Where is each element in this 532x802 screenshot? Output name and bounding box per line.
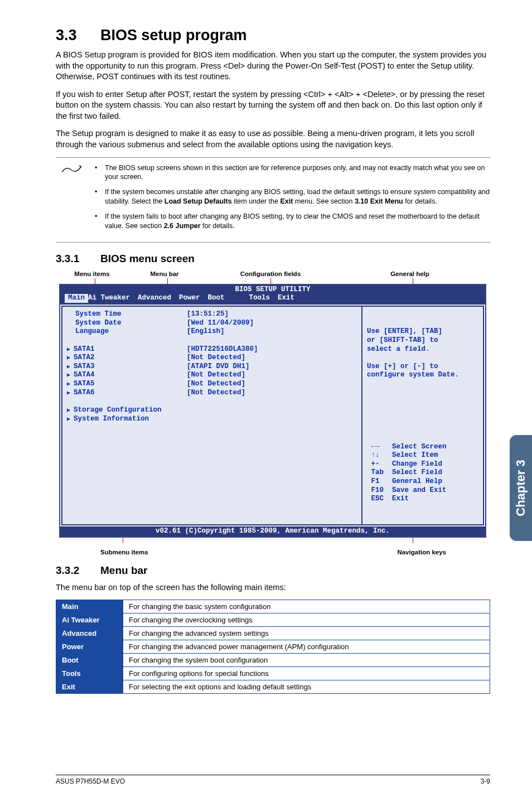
bios-body: System TimeSystem DateLanguageSATA1SATA2… <box>60 305 485 526</box>
footer-product: ASUS P7H55D-M EVO <box>56 777 125 785</box>
bios-left-names: System TimeSystem DateLanguageSATA1SATA2… <box>67 310 178 521</box>
footer-page-number: 3-9 <box>481 777 490 785</box>
menu-key: Ai Tweaker <box>56 613 123 627</box>
subsection-332-title: 3.3.2Menu bar <box>56 564 490 577</box>
bios-field-name <box>67 336 178 345</box>
bios-tab-tools[interactable]: Tools <box>249 294 278 303</box>
bios-tab-advanced[interactable]: Advanced <box>138 294 179 303</box>
note-item-3: If the system fails to boot after changi… <box>95 212 490 231</box>
table-row: AdvancedFor changing the advanced system… <box>56 627 490 640</box>
bios-tab-ai-tweaker[interactable]: Ai Tweaker <box>88 294 138 303</box>
bios-field-name[interactable]: Language <box>67 327 178 336</box>
note-icon <box>56 163 95 236</box>
label-menu-bar: Menu bar <box>128 270 201 277</box>
menu-description: For changing the overclocking settings <box>123 613 490 627</box>
menu-key: Power <box>56 640 123 654</box>
bios-submenu-item[interactable]: SATA6 <box>67 389 178 398</box>
bios-submenu-item[interactable]: System Information <box>67 415 178 424</box>
section-number: 3.3 <box>56 27 100 44</box>
menu-key: Main <box>56 600 123 613</box>
menu-description: For selecting the exit options and loadi… <box>123 680 490 694</box>
section-name: BIOS setup program <box>100 27 247 44</box>
chapter-tab: Chapter 3 <box>510 435 532 541</box>
bios-right-pane: Use [ENTER], [TAB] or [SHIFT-TAB] to sel… <box>361 306 484 525</box>
bios-tab-exit[interactable]: Exit <box>278 294 302 303</box>
bios-tab-boot[interactable]: Boot <box>208 294 233 303</box>
bios-left-values: [13:51:25][Wed 11/04/2009][English][HDT7… <box>178 310 357 521</box>
bios-field-value[interactable]: [Not Detected] <box>178 380 357 389</box>
bios-help-top: Use [ENTER], [TAB] or [SHIFT-TAB] to sel… <box>367 327 478 380</box>
label-submenu-items: Submenu items <box>56 549 290 555</box>
subsection-331-title: 3.3.1BIOS menu screen <box>56 253 490 265</box>
menu-description: For changing the advanced power manageme… <box>123 640 490 654</box>
subsection-332-number: 3.3.2 <box>56 564 100 577</box>
table-row: MainFor changing the basic system config… <box>56 600 490 613</box>
table-row: BootFor changing the system boot configu… <box>56 654 490 667</box>
bios-utility-title: BIOS SETUP UTILITY <box>60 286 485 294</box>
bios-field-name[interactable]: System Time <box>67 310 178 319</box>
bios-field-value[interactable]: [Not Detected] <box>178 371 357 380</box>
menubar-intro: The menu bar on top of the screen has th… <box>56 582 490 593</box>
bios-bottom-labels: Submenu items Navigation keys <box>56 549 490 555</box>
menu-description: For changing the advanced system setting… <box>123 627 490 640</box>
bios-left-pane: System TimeSystem DateLanguageSATA1SATA2… <box>61 306 361 525</box>
menu-description: For changing the basic system configurat… <box>123 600 490 613</box>
label-navigation-keys: Navigation keys <box>290 549 480 555</box>
bios-submenu-item[interactable]: SATA3 <box>67 363 178 371</box>
table-row: PowerFor changing the advanced power man… <box>56 640 490 654</box>
bios-menubar: Main Ai Tweaker Advanced Power Boot Tool… <box>60 294 485 304</box>
menu-key: Exit <box>56 680 123 694</box>
paragraph-3: The Setup program is designed to make it… <box>56 128 490 150</box>
note-item-1: The BIOS setup screens shown in this sec… <box>95 163 490 182</box>
subsection-331-number: 3.3.1 <box>56 253 100 265</box>
bios-field-value[interactable]: [ATAPI DVD DH1] <box>178 363 357 371</box>
bios-field-value[interactable]: [Wed 11/04/2009] <box>178 319 357 328</box>
menu-description: For configuring options for special func… <box>123 667 490 680</box>
bios-field-value[interactable]: [HDT722516DLA380] <box>178 345 357 354</box>
page-footer: ASUS P7H55D-M EVO 3-9 <box>56 775 490 785</box>
chapter-tab-label: Chapter 3 <box>514 460 528 516</box>
paragraph-2: If you wish to enter Setup after POST, r… <box>56 89 490 122</box>
menu-key: Tools <box>56 667 123 680</box>
menu-bar-table-body: MainFor changing the basic system config… <box>56 600 490 694</box>
table-row: ToolsFor configuring options for special… <box>56 667 490 680</box>
bios-submenu-item[interactable]: Storage Configuration <box>67 406 178 415</box>
subsection-332-name: Menu bar <box>100 564 147 576</box>
bios-copyright: v02.61 (C)Copyright 1985-2009, American … <box>60 526 485 537</box>
bios-submenu-item[interactable]: SATA1 <box>67 345 178 354</box>
section-title: 3.3BIOS setup program <box>56 27 490 44</box>
subsection-331-name: BIOS menu screen <box>100 253 195 264</box>
bios-submenu-item[interactable]: SATA4 <box>67 371 178 380</box>
bios-title-bar: BIOS SETUP UTILITY Main Ai Tweaker Advan… <box>60 285 485 305</box>
bios-field-name[interactable]: System Date <box>67 319 178 328</box>
bios-field-value <box>178 336 357 345</box>
note-item-2: If the system becomes unstable after cha… <box>95 187 490 206</box>
bios-help-bottom: ←→ Select Screen ↑↓ Select Item +- Chang… <box>367 443 478 504</box>
bios-screen: BIOS SETUP UTILITY Main Ai Tweaker Advan… <box>59 284 486 538</box>
bios-tab-power[interactable]: Power <box>179 294 208 303</box>
bios-field-value[interactable]: [Not Detected] <box>178 354 357 363</box>
menu-key: Boot <box>56 654 123 667</box>
bios-figure: Menu items Menu bar Configuration fields… <box>56 270 490 555</box>
menu-bar-table: MainFor changing the basic system config… <box>56 600 490 694</box>
bios-field-value[interactable]: [Not Detected] <box>178 389 357 398</box>
table-row: ExitFor selecting the exit options and l… <box>56 680 490 694</box>
menu-key: Advanced <box>56 627 123 640</box>
label-config-fields: Configuration fields <box>201 270 340 277</box>
table-row: Ai TweakerFor changing the overclocking … <box>56 613 490 627</box>
label-menu-items: Menu items <box>56 270 128 277</box>
bios-field-value[interactable]: [English] <box>178 327 357 336</box>
note-block: The BIOS setup screens shown in this sec… <box>56 157 490 243</box>
note-list: The BIOS setup screens shown in this sec… <box>95 163 490 236</box>
bios-tab-main[interactable]: Main <box>65 294 88 303</box>
label-general-help: General help <box>340 270 480 277</box>
bios-submenu-item[interactable]: SATA2 <box>67 354 178 363</box>
menu-description: For changing the system boot configurati… <box>123 654 490 667</box>
bios-field-value[interactable]: [13:51:25] <box>178 310 357 319</box>
paragraph-1: A BIOS Setup program is provided for BIO… <box>56 50 490 83</box>
bios-submenu-item[interactable]: SATA5 <box>67 380 178 389</box>
bios-top-labels: Menu items Menu bar Configuration fields… <box>56 270 490 277</box>
bios-field-name <box>67 397 178 406</box>
